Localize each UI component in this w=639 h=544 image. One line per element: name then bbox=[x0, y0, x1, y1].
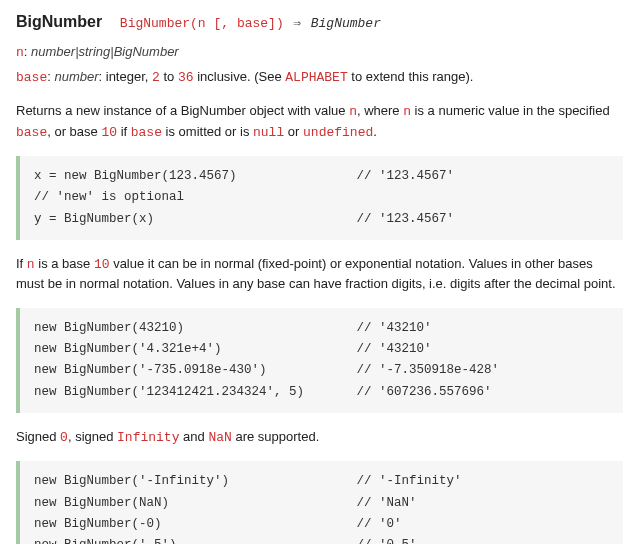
code-example-3: new BigNumber('-Infinity') // '-Infinity… bbox=[16, 461, 623, 544]
code-example-1: x = new BigNumber(123.4567) // '123.4567… bbox=[16, 156, 623, 240]
param-type-n: number|string|BigNumber bbox=[31, 44, 179, 59]
param-n: n: number|string|BigNumber bbox=[16, 42, 623, 63]
param-name-n: n bbox=[16, 45, 24, 60]
method-header: BigNumber BigNumber(n [, base]) ⇒ BigNum… bbox=[16, 10, 623, 34]
param-base: base: number: integer, 2 to 36 inclusive… bbox=[16, 67, 623, 88]
return-type: BigNumber bbox=[311, 16, 381, 31]
code-example-2: new BigNumber(43210) // '43210' new BigN… bbox=[16, 308, 623, 413]
base-max: 36 bbox=[178, 70, 194, 85]
param-type-base: number bbox=[54, 69, 98, 84]
description-2: If n is a base 10 value it can be in nor… bbox=[16, 254, 623, 294]
description-3: Signed 0, signed Infinity and NaN are su… bbox=[16, 427, 623, 448]
method-signature: BigNumber(n [, base]) bbox=[120, 16, 284, 31]
method-title: BigNumber bbox=[16, 13, 102, 30]
base-min: 2 bbox=[152, 70, 160, 85]
alphabet-link[interactable]: ALPHABET bbox=[285, 70, 347, 85]
arrow-icon: ⇒ bbox=[293, 16, 301, 31]
description-1: Returns a new instance of a BigNumber ob… bbox=[16, 101, 623, 142]
param-name-base: base bbox=[16, 70, 47, 85]
